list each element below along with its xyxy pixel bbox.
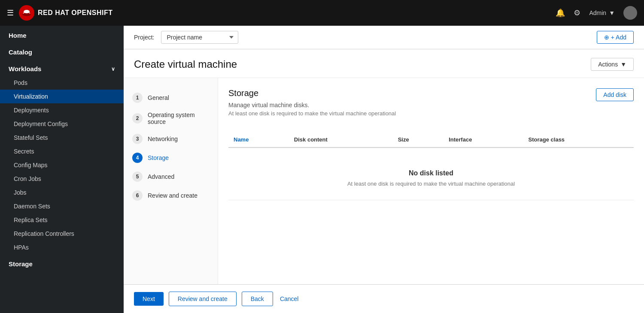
logo-text: RED HAT OPENSHIFT	[38, 9, 112, 17]
bell-icon[interactable]: 🔔	[556, 8, 565, 18]
col-header-disk-content: Disk content	[289, 132, 393, 147]
sidebar-item-storage[interactable]: Storage	[0, 254, 124, 271]
sidebar-item-catalog[interactable]: Catalog	[0, 42, 124, 59]
back-button[interactable]: Back	[242, 292, 273, 306]
sidebar-sub-item-secrets[interactable]: Secrets	[0, 144, 124, 158]
sidebar-sub-item-deployment-configs[interactable]: Deployment Configs	[0, 117, 124, 131]
step-advanced[interactable]: 5 Advanced	[124, 167, 218, 186]
step-number-6: 6	[132, 190, 143, 201]
sidebar-sub-item-replica-sets[interactable]: Replica Sets	[0, 213, 124, 227]
step-general[interactable]: 1 General	[124, 88, 218, 107]
project-bar: Project: Project name ⊕ + Add	[124, 26, 644, 49]
storage-header: Storage Manage virtual machine disks. At…	[228, 88, 634, 125]
no-disk-title: No disk listed	[234, 169, 629, 177]
step-number-5: 5	[132, 172, 143, 182]
svg-point-2	[24, 10, 30, 13]
wizard-body: 1 General 2 Operating system source 3 Ne…	[124, 78, 644, 284]
step-operating-system[interactable]: 2 Operating system source	[124, 107, 218, 129]
no-disk-sub: At least one disk is required to make th…	[234, 181, 629, 187]
add-button[interactable]: ⊕ + Add	[597, 31, 634, 44]
step-storage[interactable]: 4 Storage	[124, 148, 218, 167]
sidebar-sub-item-cron-jobs[interactable]: Cron Jobs	[0, 172, 124, 186]
step-number-1: 1	[132, 93, 143, 103]
sidebar-sub-item-daemon-sets[interactable]: Daemon Sets	[0, 199, 124, 213]
cancel-button[interactable]: Cancel	[278, 292, 301, 306]
sidebar-sub-item-replication-controllers[interactable]: Replication Controllers	[0, 227, 124, 241]
sidebar-sub-item-hpas[interactable]: HPAs	[0, 241, 124, 254]
add-disk-button[interactable]: Add disk	[596, 88, 634, 101]
sidebar-sub-item-virtualization[interactable]: Virtualization	[0, 90, 124, 103]
step-label-os: Operating system source	[148, 111, 209, 125]
next-button[interactable]: Next	[134, 292, 164, 306]
page-title: Create virtual machine	[134, 58, 237, 70]
chevron-down-icon: ▼	[620, 61, 626, 68]
content-area: Project: Project name ⊕ + Add Create vir…	[124, 26, 644, 313]
nav-icons: 🔔 ⚙ Admin ▼	[556, 6, 637, 20]
step-label-storage: Storage	[148, 154, 169, 161]
step-content: Storage Manage virtual machine disks. At…	[218, 78, 644, 284]
step-label-general: General	[148, 94, 169, 101]
step-number-2: 2	[132, 113, 143, 123]
step-number-4: 4	[132, 153, 143, 163]
sidebar-sub-item-pods[interactable]: Pods	[0, 76, 124, 90]
sidebar-item-workloads[interactable]: Workloads ∨	[0, 59, 124, 76]
actions-button[interactable]: Actions ▼	[591, 58, 634, 71]
project-select[interactable]: Project name	[161, 31, 238, 44]
gear-icon[interactable]: ⚙	[574, 8, 580, 18]
review-and-create-button[interactable]: Review and create	[169, 292, 237, 306]
actions-label: Actions	[598, 61, 618, 68]
step-number-3: 3	[132, 134, 143, 144]
col-header-interface: Interface	[444, 132, 523, 147]
storage-desc: Manage virtual machine disks.	[228, 102, 396, 108]
step-review[interactable]: 6 Review and create	[124, 186, 218, 205]
sidebar-item-home[interactable]: Home	[0, 26, 124, 42]
chevron-down-icon: ▼	[609, 9, 615, 16]
sidebar-sub-item-jobs[interactable]: Jobs	[0, 186, 124, 199]
step-label-networking: Networking	[148, 135, 178, 142]
top-navigation: ☰ RED HAT OPENSHIFT 🔔 ⚙ Admin ▼	[0, 0, 644, 26]
storage-description: Storage Manage virtual machine disks. At…	[228, 88, 396, 125]
hamburger-menu[interactable]: ☰	[7, 8, 14, 18]
redhat-logo-icon	[19, 5, 34, 21]
avatar[interactable]	[623, 6, 637, 20]
sidebar: Home Catalog Workloads ∨ Pods Virtualiza…	[0, 26, 124, 313]
step-label-advanced: Advanced	[148, 173, 174, 180]
user-menu[interactable]: Admin ▼	[589, 9, 615, 16]
storage-sub-desc: At least one disk is required to make th…	[228, 110, 396, 117]
admin-label: Admin	[589, 9, 606, 16]
sidebar-sub-item-deployments[interactable]: Deployments	[0, 103, 124, 117]
disk-table: Name Disk content Size Interface Storage…	[228, 132, 634, 200]
table-row: No disk listed At least one disk is requ…	[228, 147, 634, 200]
step-networking[interactable]: 3 Networking	[124, 129, 218, 148]
wizard-footer: Next Review and create Back Cancel	[124, 284, 644, 313]
project-label: Project:	[134, 34, 154, 41]
sidebar-sub-item-stateful-sets[interactable]: Stateful Sets	[0, 131, 124, 144]
steps-navigation: 1 General 2 Operating system source 3 Ne…	[124, 78, 218, 284]
storage-title: Storage	[228, 88, 396, 98]
chevron-down-icon: ∨	[111, 66, 115, 72]
col-header-storage-class: Storage class	[523, 132, 634, 147]
add-label: + Add	[611, 34, 626, 41]
plus-icon: ⊕	[604, 34, 609, 41]
step-label-review: Review and create	[148, 192, 197, 199]
page-header: Create virtual machine Actions ▼	[124, 49, 644, 78]
logo: RED HAT OPENSHIFT	[19, 5, 112, 21]
col-header-name: Name	[228, 132, 289, 147]
no-disk-section: No disk listed At least one disk is requ…	[234, 152, 629, 196]
sidebar-sub-item-config-maps[interactable]: Config Maps	[0, 158, 124, 172]
col-header-size: Size	[393, 132, 444, 147]
